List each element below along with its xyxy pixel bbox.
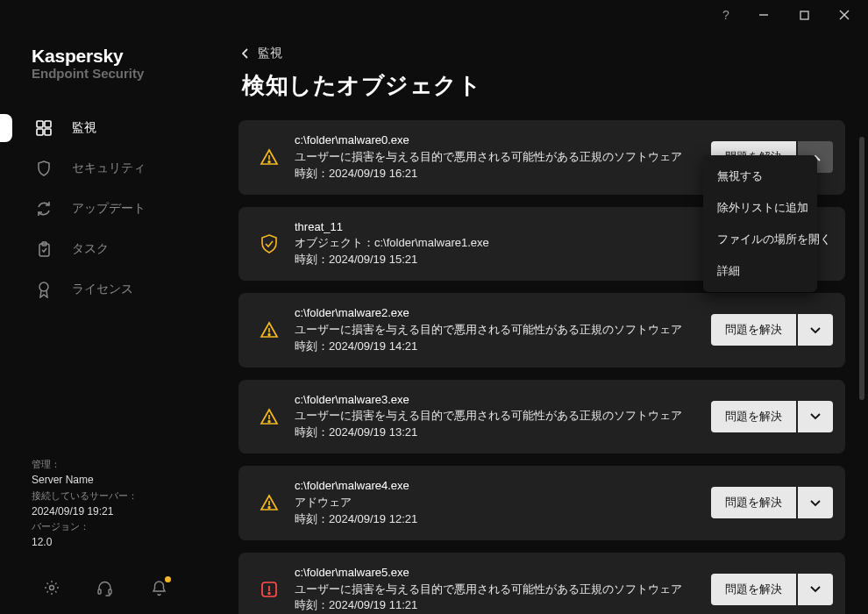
- resolve-button[interactable]: 問題を解決: [711, 314, 796, 346]
- menu-item-ignore[interactable]: 無視する: [703, 161, 817, 192]
- svg-rect-6: [37, 129, 43, 135]
- detection-desc: ユーザーに損害を与える目的で悪用される可能性がある正規のソフトウェア: [295, 582, 697, 598]
- resolve-menu: 無視する除外リストに追加ファイルの場所を開く詳細: [703, 155, 817, 292]
- svg-point-17: [268, 334, 270, 336]
- detection-card: c:\folder\malware0.exeユーザーに損害を与える目的で悪用され…: [238, 120, 845, 195]
- version-value: 12.0: [32, 534, 210, 551]
- detection-path: c:\folder\malware2.exe: [295, 305, 697, 322]
- resolve-button[interactable]: 問題を解決: [711, 574, 796, 605]
- warning-icon: [258, 321, 281, 339]
- detection-actions: 問題を解決: [711, 314, 833, 346]
- breadcrumb-label: 監視: [258, 46, 282, 61]
- svg-rect-12: [98, 589, 101, 594]
- close-icon: [839, 10, 850, 20]
- warning-icon: [258, 148, 281, 166]
- admin-label: 管理：: [32, 457, 210, 472]
- detection-actions: 問題を解決: [711, 487, 833, 518]
- svg-point-24: [268, 593, 270, 595]
- connected-time: 2024/09/19 19:21: [32, 503, 210, 520]
- nav-item-update[interactable]: アップデート: [0, 189, 210, 228]
- bottom-icons: [0, 565, 210, 614]
- close-button[interactable]: [824, 2, 864, 28]
- headset-icon: [96, 580, 113, 596]
- connected-label: 接続しているサーバー：: [32, 489, 210, 503]
- svg-rect-7: [45, 129, 51, 135]
- svg-point-10: [39, 282, 48, 291]
- scrollbar-thumb[interactable]: [859, 137, 864, 400]
- detection-actions: 問題を解決: [711, 574, 833, 605]
- shield-icon: [35, 161, 53, 176]
- scrollbar[interactable]: [859, 137, 864, 605]
- svg-point-19: [268, 420, 270, 422]
- notifications-button[interactable]: [148, 577, 169, 598]
- detection-time: 時刻：2024/09/19 14:21: [295, 339, 697, 355]
- detection-card: c:\folder\malware3.exeユーザーに損害を与える目的で悪用され…: [238, 380, 845, 454]
- detection-time: 時刻：2024/09/19 12:21: [295, 511, 697, 528]
- chevron-left-icon: [242, 48, 249, 59]
- chevron-down-icon: [810, 582, 821, 596]
- version-label: バージョン：: [32, 519, 210, 534]
- shield-check-icon: [258, 234, 281, 253]
- settings-button[interactable]: [41, 577, 62, 598]
- brand-sub: Endpoint Security: [32, 66, 210, 81]
- nav-item-security[interactable]: セキュリティ: [0, 149, 210, 188]
- menu-item-exclude[interactable]: 除外リストに追加: [703, 192, 817, 224]
- chevron-down-icon: [810, 496, 821, 510]
- gear-icon: [44, 580, 60, 596]
- nav-item-license[interactable]: ライセンス: [0, 270, 210, 309]
- server-info: 管理： Server Name 接続しているサーバー： 2024/09/19 1…: [0, 457, 210, 565]
- menu-item-open-location[interactable]: ファイルの場所を開く: [703, 224, 817, 255]
- svg-point-21: [268, 507, 270, 509]
- warning-icon: [258, 408, 281, 425]
- help-button[interactable]: ?: [708, 8, 743, 22]
- minimize-button[interactable]: [743, 2, 784, 28]
- maximize-button[interactable]: [784, 2, 824, 28]
- resolve-button[interactable]: 問題を解決: [711, 401, 796, 432]
- detection-path: c:\folder\malware0.exe: [295, 132, 697, 149]
- detection-info: c:\folder\malware2.exeユーザーに損害を与える目的で悪用され…: [295, 305, 697, 355]
- resolve-button[interactable]: 問題を解決: [711, 487, 796, 518]
- warning-icon: [258, 494, 281, 511]
- bell-icon: [152, 580, 167, 596]
- detection-info: c:\folder\malware4.exeアドウェア時刻：2024/09/19…: [295, 478, 697, 528]
- svg-rect-13: [109, 589, 111, 594]
- nav-item-tasks[interactable]: タスク: [0, 230, 210, 268]
- detection-list: c:\folder\malware0.exeユーザーに損害を与える目的で悪用され…: [237, 120, 861, 614]
- brand-main: Kaspersky: [32, 46, 210, 67]
- detection-desc: アドウェア: [295, 495, 697, 511]
- detection-time: 時刻：2024/09/19 11:21: [295, 597, 697, 614]
- svg-rect-4: [37, 121, 43, 127]
- detection-card: c:\folder\malware2.exeユーザーに損害を与える目的で悪用され…: [238, 293, 845, 368]
- nav-item-monitoring[interactable]: 監視: [0, 109, 210, 147]
- chevron-down-icon: [810, 324, 821, 337]
- nav-label: 監視: [72, 120, 96, 136]
- detection-info: c:\folder\malware3.exeユーザーに損害を与える目的で悪用され…: [295, 392, 697, 442]
- detection-time: 時刻：2024/09/19 13:21: [295, 425, 697, 441]
- detection-card: c:\folder\malware5.exeユーザーに損害を与える目的で悪用され…: [238, 553, 845, 614]
- brand: Kaspersky Endpoint Security: [0, 40, 210, 81]
- notification-dot: [165, 576, 171, 582]
- support-button[interactable]: [95, 577, 116, 598]
- resolve-menu-toggle[interactable]: [798, 487, 833, 518]
- detection-path: c:\folder\malware3.exe: [295, 392, 697, 409]
- detection-time: 時刻：2024/09/19 16:21: [295, 166, 697, 182]
- server-name: Server Name: [32, 472, 210, 489]
- breadcrumb-back[interactable]: 監視: [242, 46, 861, 61]
- detection-actions: 問題を解決: [711, 401, 833, 432]
- titlebar: ?: [0, 0, 868, 30]
- nav-label: ライセンス: [72, 282, 133, 297]
- resolve-menu-toggle[interactable]: [798, 401, 833, 432]
- dashboard-icon: [35, 120, 53, 136]
- detection-desc: ユーザーに損害を与える目的で悪用される可能性がある正規のソフトウェア: [295, 149, 697, 166]
- menu-item-details[interactable]: 詳細: [703, 255, 817, 287]
- chevron-down-icon: [810, 410, 821, 423]
- resolve-menu-toggle[interactable]: [798, 574, 833, 605]
- detection-info: c:\folder\malware5.exeユーザーに損害を与える目的で悪用され…: [295, 565, 697, 614]
- svg-rect-5: [45, 121, 51, 127]
- maximize-icon: [800, 11, 809, 20]
- svg-point-11: [49, 586, 53, 590]
- nav-label: アップデート: [72, 201, 146, 217]
- minimize-icon: [758, 10, 769, 20]
- nav-label: セキュリティ: [72, 161, 146, 176]
- resolve-menu-toggle[interactable]: [798, 314, 833, 346]
